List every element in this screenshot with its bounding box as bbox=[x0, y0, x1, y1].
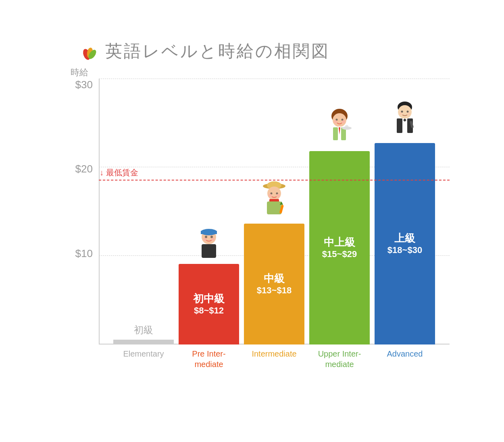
svg-point-43 bbox=[408, 112, 410, 115]
bar-label-wage-inter: $13~$18 bbox=[257, 285, 292, 296]
bar-col-advanced: 上級 $18~$30 bbox=[373, 101, 437, 344]
svg-rect-6 bbox=[202, 244, 216, 258]
y-axis-title: 時給 bbox=[71, 66, 88, 79]
x-label-pre-intermediate: Pre Inter-mediate bbox=[177, 344, 241, 369]
bar-col-upper-intermediate: 中上級 $15~$29 bbox=[307, 109, 372, 344]
bars-row: 初級 bbox=[99, 79, 450, 344]
page-title: 英語レベルと時給の相関図 bbox=[105, 40, 330, 62]
svg-point-7 bbox=[205, 236, 207, 238]
svg-point-28 bbox=[345, 125, 348, 128]
bar-label-jp-inter: 中級 bbox=[264, 272, 285, 286]
y-label-20: $20 bbox=[75, 163, 93, 175]
svg-rect-5 bbox=[201, 231, 217, 234]
bar-elementary bbox=[113, 340, 174, 344]
bar-pre-intermediate: 初中級 $8~$12 bbox=[179, 264, 239, 344]
svg-point-13 bbox=[267, 187, 281, 200]
bar-label-wage-upper: $15~$29 bbox=[322, 249, 357, 259]
svg-point-31 bbox=[334, 120, 337, 123]
svg-point-20 bbox=[277, 194, 280, 197]
character-intermediate bbox=[258, 181, 290, 222]
chart-container: 英語レベルと時給の相関図 時給 $30 $20 $10 $0 bbox=[30, 24, 474, 419]
character-advanced bbox=[389, 101, 421, 141]
title-row: 英語レベルと時給の相関図 bbox=[71, 40, 450, 62]
character-upper-intermediate bbox=[323, 109, 356, 149]
svg-point-10 bbox=[211, 238, 215, 241]
svg-point-8 bbox=[210, 236, 213, 238]
y-label-30: $30 bbox=[75, 79, 93, 91]
svg-point-42 bbox=[400, 112, 402, 115]
svg-point-19 bbox=[269, 194, 272, 197]
elementary-jp-label: 初級 bbox=[134, 324, 153, 336]
bar-label-jp-pre: 初中級 bbox=[193, 292, 225, 306]
bar-label-jp-upper: 中上級 bbox=[324, 236, 355, 249]
x-label-advanced: Advanced bbox=[373, 344, 437, 359]
x-axis: Elementary Pre Inter-mediate Intermediat… bbox=[99, 344, 450, 369]
y-label-10: $10 bbox=[75, 247, 93, 260]
x-label-elementary: Elementary bbox=[111, 344, 176, 359]
bar-label-wage-adv: $18~$30 bbox=[387, 245, 422, 255]
svg-point-9 bbox=[203, 238, 206, 241]
character-pre-intermediate bbox=[193, 226, 225, 262]
svg-rect-15 bbox=[267, 201, 281, 214]
min-wage-line bbox=[99, 180, 450, 181]
x-label-upper-intermediate: Upper Inter-mediate bbox=[307, 344, 372, 369]
svg-point-22 bbox=[333, 113, 346, 127]
y-axis: $30 $20 $10 $0 bbox=[71, 79, 99, 344]
svg-point-34 bbox=[398, 105, 412, 119]
logo-icon bbox=[79, 42, 98, 61]
bar-col-pre-intermediate: 初中級 $8~$12 bbox=[177, 226, 241, 344]
bar-col-elementary: 初級 bbox=[111, 324, 176, 344]
bar-advanced: 上級 $18~$30 bbox=[375, 143, 435, 344]
svg-rect-25 bbox=[333, 127, 338, 140]
bar-intermediate: 中級 $13~$18 bbox=[244, 224, 304, 344]
bar-col-intermediate: 中級 $13~$18 bbox=[242, 181, 306, 344]
x-label-intermediate: Intermediate bbox=[242, 344, 306, 359]
bar-label-jp-adv: 上級 bbox=[394, 232, 415, 245]
svg-rect-36 bbox=[397, 118, 402, 133]
svg-point-32 bbox=[342, 120, 345, 123]
chart-area: 時給 $30 $20 $10 $0 ↓ 最低賃金 bbox=[71, 79, 450, 369]
bar-label-wage-pre: $8~$12 bbox=[194, 305, 224, 316]
